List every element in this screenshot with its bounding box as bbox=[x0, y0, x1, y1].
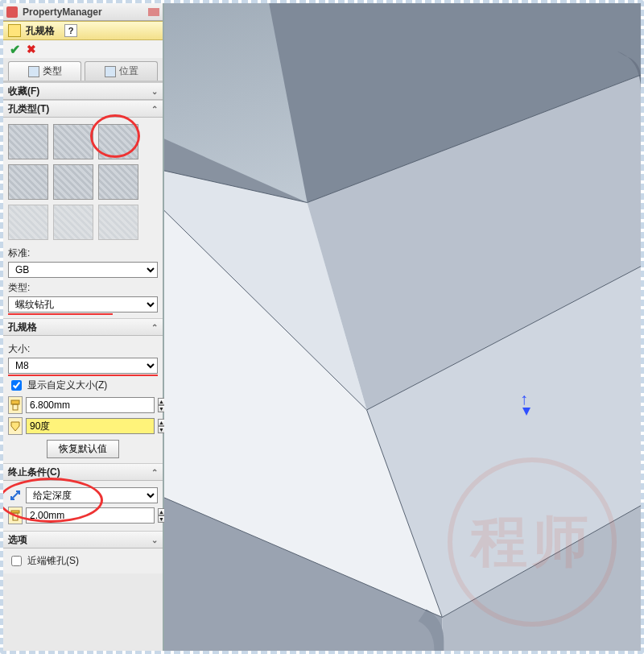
svg-rect-0 bbox=[11, 400, 19, 404]
hole-type-counterbore[interactable] bbox=[8, 124, 48, 159]
custom-size-checkbox-row[interactable]: 显示自定义大小(Z) bbox=[8, 378, 158, 393]
depth-input[interactable] bbox=[26, 507, 155, 524]
hole-type-hole[interactable] bbox=[98, 124, 138, 159]
hole-type-slot[interactable] bbox=[98, 205, 138, 240]
group-holetype-body: 标准: GB 类型: 螺纹钻孔 bbox=[3, 118, 163, 318]
hole-type-slot-cb[interactable] bbox=[8, 205, 48, 240]
chevron-up-icon: ⌃ bbox=[151, 323, 158, 332]
group-endcond-header[interactable]: 终止条件(C) ⌃ bbox=[3, 463, 163, 481]
group-holespec-header[interactable]: 孔规格 ⌃ bbox=[3, 318, 163, 336]
annotation-underline-size bbox=[8, 375, 158, 376]
angle-input[interactable] bbox=[26, 418, 155, 434]
group-holespec-title: 孔规格 bbox=[8, 321, 37, 334]
tab-type[interactable]: 类型 bbox=[8, 61, 81, 81]
custom-size-checkbox[interactable] bbox=[11, 380, 22, 391]
group-favorites-header[interactable]: 收藏(F) ⌄ bbox=[3, 82, 163, 100]
graphics-viewport[interactable]: ↑ 程师 bbox=[164, 3, 641, 651]
tab-position-label: 位置 bbox=[119, 64, 138, 78]
cancel-button[interactable]: ✖ bbox=[27, 43, 36, 56]
angle-icon bbox=[8, 417, 23, 435]
type-label: 类型: bbox=[8, 281, 158, 295]
svg-rect-3 bbox=[13, 513, 18, 520]
near-cone-label: 近端锥孔(S) bbox=[27, 554, 79, 568]
depth-icon bbox=[8, 507, 23, 524]
group-options-header[interactable]: 选项 ⌄ bbox=[3, 531, 163, 548]
feature-titlebar: 孔规格 ? bbox=[3, 21, 163, 40]
pm-header: PropertyManager bbox=[3, 3, 163, 21]
ok-button[interactable]: ✔ bbox=[10, 42, 20, 57]
tab-position[interactable]: 位置 bbox=[85, 61, 158, 81]
pm-logo-icon bbox=[6, 6, 18, 18]
near-cone-checkbox[interactable] bbox=[11, 556, 22, 566]
hole-type-pipe-tap[interactable] bbox=[53, 164, 93, 200]
group-options-title: 选项 bbox=[8, 533, 27, 547]
hole-type-tap[interactable] bbox=[8, 164, 48, 200]
tab-type-icon bbox=[28, 66, 39, 77]
svg-rect-1 bbox=[13, 404, 18, 410]
size-select[interactable]: M8 bbox=[8, 358, 158, 374]
group-holespec-body: 大小: M8 显示自定义大小(Z) ▲▼ ▲▼ bbox=[3, 336, 163, 463]
annotation-underline-type bbox=[8, 313, 113, 315]
tab-position-icon bbox=[105, 66, 116, 77]
axis-triad-icon: ↑ bbox=[520, 390, 528, 408]
near-cone-row[interactable]: 近端锥孔(S) bbox=[8, 553, 158, 569]
chevron-down-icon: ⌄ bbox=[151, 536, 158, 544]
chevron-down-icon: ⌄ bbox=[151, 87, 158, 96]
size-label: 大小: bbox=[8, 342, 158, 356]
property-manager-panel: PropertyManager 孔规格 ? ✔ ✖ 类型 位置 bbox=[3, 3, 164, 651]
watermark: 程师 bbox=[448, 457, 617, 627]
endcond-mode-select[interactable]: 给定深度 bbox=[26, 487, 158, 503]
standard-label: 标准: bbox=[8, 246, 158, 260]
group-endcond-title: 终止条件(C) bbox=[8, 466, 60, 479]
chevron-up-icon: ⌃ bbox=[151, 468, 158, 477]
pm-title: PropertyManager bbox=[23, 6, 102, 18]
hole-type-countersink[interactable] bbox=[53, 124, 93, 159]
hole-type-slot-cs[interactable] bbox=[53, 205, 93, 240]
group-holetype-title: 孔类型(T) bbox=[8, 102, 49, 116]
hole-feature-icon bbox=[8, 24, 21, 37]
hole-type-legacy[interactable] bbox=[98, 164, 138, 200]
pin-icon[interactable] bbox=[148, 8, 159, 16]
restore-defaults-button[interactable]: 恢复默认值 bbox=[47, 440, 119, 458]
custom-size-label: 显示自定义大小(Z) bbox=[27, 379, 107, 392]
group-favorites-title: 收藏(F) bbox=[8, 85, 39, 98]
group-options-body: 近端锥孔(S) bbox=[3, 548, 163, 573]
group-holetype-header[interactable]: 孔类型(T) ⌃ bbox=[3, 100, 163, 118]
group-endcond-body: 给定深度 ▲▼ bbox=[3, 481, 163, 531]
feature-title: 孔规格 bbox=[26, 24, 55, 38]
help-button[interactable]: ? bbox=[64, 24, 77, 37]
tab-type-label: 类型 bbox=[43, 64, 62, 78]
diameter-icon bbox=[8, 396, 23, 414]
diameter-input[interactable] bbox=[26, 397, 155, 413]
type-select[interactable]: 螺纹钻孔 bbox=[8, 296, 158, 313]
standard-select[interactable]: GB bbox=[8, 262, 158, 278]
hole-type-grid bbox=[8, 124, 158, 240]
chevron-up-icon: ⌃ bbox=[151, 105, 158, 114]
confirm-row: ✔ ✖ bbox=[3, 40, 163, 58]
reverse-direction-icon[interactable] bbox=[8, 487, 23, 503]
